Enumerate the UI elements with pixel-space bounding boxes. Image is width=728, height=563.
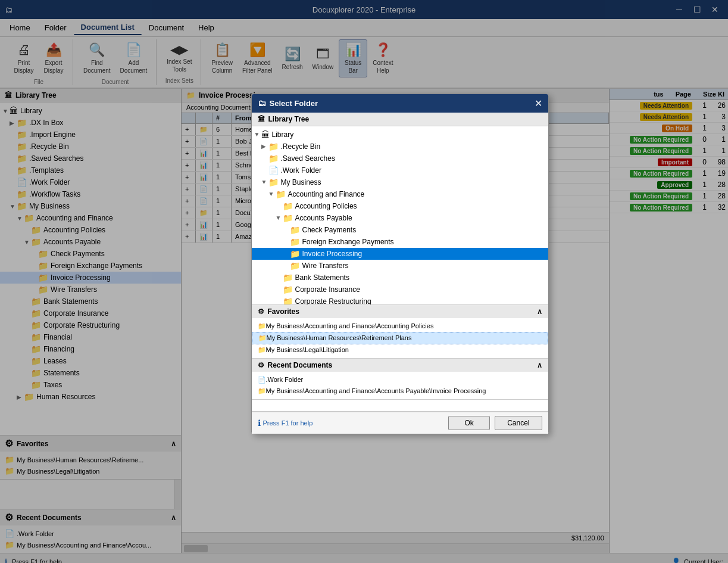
modal-ok-button[interactable]: Ok: [448, 416, 490, 430]
modal-fav-item-3[interactable]: 📁 My Business\Legal\Litigation: [252, 344, 548, 356]
modal-library-icon: 🏛: [258, 115, 265, 123]
modal-close-button[interactable]: ✕: [535, 98, 542, 109]
modal-action-buttons: Ok Cancel: [448, 416, 542, 430]
modal-tree-accpay[interactable]: ▼ 📁 Accounts Payable: [252, 212, 548, 224]
select-folder-modal: 🗂 Select Folder ✕ 🏛 Library Tree ▼ 🏛 Lib…: [251, 94, 549, 434]
modal-favorites-content: 📁 My Business\Accounting and Finance\Acc…: [252, 318, 548, 359]
modal-tree-mybusiness[interactable]: ▼ 📁 My Business: [252, 176, 548, 188]
modal-tree-accpol[interactable]: 📁 Accounting Policies: [252, 200, 548, 212]
modal-recent-header[interactable]: ⚙ Recent Documents ∧: [252, 359, 548, 372]
modal-body: 🏛 Library Tree ▼ 🏛 Library ▶ 📁 .Recycle …: [252, 113, 548, 412]
modal-help-text: Press F1 for help: [263, 419, 313, 427]
collapse-arrow: ∧: [537, 361, 542, 369]
modal-tree-checkpay[interactable]: 📁 Check Payments: [252, 224, 548, 236]
help-circle-icon: ℹ: [258, 418, 261, 428]
modal-recent-content: 📄 .Work Folder 📁 My Business\Accounting …: [252, 372, 548, 400]
modal-tree-corprestr[interactable]: 📁 Corporate Restructuring: [252, 296, 548, 305]
modal-help-area: ℹ Press F1 for help: [258, 418, 313, 428]
modal-tree-area[interactable]: ▼ 🏛 Library ▶ 📁 .Recycle Bin 📁 .Saved Se…: [252, 126, 548, 305]
gear-icon: ⚙: [258, 307, 264, 316]
modal-tree-header: 🏛 Library Tree: [252, 113, 548, 126]
modal-recent-label: Recent Documents: [268, 361, 333, 369]
modal-library-title: Library Tree: [268, 115, 310, 123]
collapse-arrow: ∧: [537, 307, 542, 316]
modal-tree-recyclebin[interactable]: ▶ 📁 .Recycle Bin: [252, 141, 548, 153]
modal-tree-wire[interactable]: 📁 Wire Transfers: [252, 260, 548, 272]
modal-fav-item-1[interactable]: 📁 My Business\Accounting and Finance\Acc…: [252, 321, 548, 332]
modal-overlay: 🗂 Select Folder ✕ 🏛 Library Tree ▼ 🏛 Lib…: [0, 0, 728, 563]
modal-favorites-label: Favorites: [268, 307, 299, 316]
modal-cancel-button[interactable]: Cancel: [495, 416, 542, 430]
modal-icon: 🗂: [258, 98, 266, 108]
modal-recent-item-1[interactable]: 📄 .Work Folder: [252, 374, 548, 385]
modal-title-bar: 🗂 Select Folder ✕: [252, 94, 548, 113]
modal-tree-bankst[interactable]: 📁 Bank Statements: [252, 272, 548, 284]
modal-recent-item-2[interactable]: 📁 My Business\Accounting and Finance\Acc…: [252, 385, 548, 397]
modal-tree-library[interactable]: ▼ 🏛 Library: [252, 129, 548, 141]
modal-favorites-header[interactable]: ⚙ Favorites ∧: [252, 305, 548, 318]
modal-footer: ℹ Press F1 for help Ok Cancel: [252, 412, 548, 434]
gear-icon: ⚙: [258, 361, 264, 369]
modal-title: Select Folder: [270, 99, 318, 108]
modal-tree-corpins[interactable]: 📁 Corporate Insurance: [252, 284, 548, 296]
modal-tree-workfolder[interactable]: 📄 .Work Folder: [252, 164, 548, 176]
modal-tree-forex[interactable]: 📁 Foreign Exchange Payments: [252, 236, 548, 248]
modal-tree-accfin[interactable]: ▼ 📁 Accounting and Finance: [252, 188, 548, 200]
modal-fav-item-2[interactable]: 📁 My Business\Human Resources\Retirement…: [252, 332, 548, 344]
modal-tree-invoice[interactable]: 📁 Invoice Processing: [252, 248, 548, 260]
modal-tree-savedsearches[interactable]: 📁 .Saved Searches: [252, 153, 548, 164]
